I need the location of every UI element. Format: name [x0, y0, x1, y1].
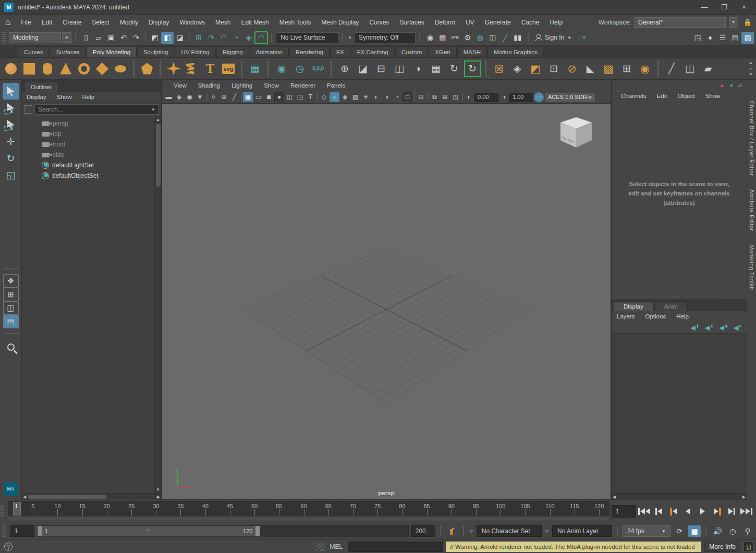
menu-help[interactable]: Help: [544, 19, 568, 26]
rotate-tool[interactable]: ↻: [3, 150, 19, 166]
duplicate-panel-icon[interactable]: ⧉: [430, 92, 440, 102]
shelf-platonic-solid[interactable]: [139, 61, 155, 77]
current-frame-field[interactable]: 1: [612, 505, 636, 518]
use-all-lights-icon[interactable]: ☀: [361, 92, 371, 102]
shelf-tab-fx[interactable]: FX: [330, 46, 350, 57]
paint-select-tool[interactable]: [3, 116, 19, 133]
shelf-combine[interactable]: ⊕: [337, 61, 352, 77]
select-by-object-icon[interactable]: ◧: [161, 32, 174, 44]
snap-to-curve-icon[interactable]: ↷: [205, 32, 217, 44]
outliner-filter-icon[interactable]: [24, 105, 32, 114]
step-back-key-button[interactable]: [667, 505, 680, 518]
workspace-lock-icon[interactable]: 🔒: [743, 18, 752, 26]
channel-box-toggle-icon[interactable]: ▨: [741, 32, 754, 44]
camera-icon[interactable]: ▬: [164, 92, 174, 102]
safe-action-icon[interactable]: ◳: [295, 92, 305, 102]
minimize-button[interactable]: —: [696, 2, 713, 13]
shelf-edit-edge-flow[interactable]: ↻: [446, 61, 462, 77]
maximize-button[interactable]: ❐: [715, 2, 733, 13]
bookmark-icon[interactable]: ▼: [195, 92, 205, 102]
shelf-tab-rendering[interactable]: Rendering: [289, 46, 330, 57]
shelf-extrude[interactable]: ⊠: [491, 61, 507, 77]
animation-preferences-icon[interactable]: ▦: [688, 525, 701, 537]
range-start-handle[interactable]: [38, 526, 42, 536]
play-forwards-button[interactable]: [696, 505, 709, 518]
pan-zoom-icon[interactable]: ⊕: [219, 92, 229, 102]
shelf-freeze-transformations[interactable]: 0,0,0: [310, 61, 326, 77]
shelf-quadrangulate[interactable]: ▩: [601, 61, 616, 77]
shelf-mirror[interactable]: ◫: [392, 61, 407, 77]
attribute-editor-toggle-icon[interactable]: ▤: [729, 32, 741, 44]
zoom-tool[interactable]: [3, 339, 19, 355]
user-avatar[interactable]: MA: [4, 482, 18, 496]
outliner-item-defaultLightSet[interactable]: defaultLightSet: [22, 160, 154, 170]
menu-create[interactable]: Create: [57, 19, 87, 26]
pause-viewport-icon[interactable]: ▮▮: [511, 32, 524, 44]
go-to-end-button[interactable]: [740, 505, 753, 518]
shelf-super-ellipse[interactable]: [166, 61, 181, 77]
pivot-icon[interactable]: ◊: [209, 92, 218, 102]
search-dropdown-arrow[interactable]: ▼: [151, 107, 155, 112]
mute-audio-icon[interactable]: 🔊: [711, 525, 724, 537]
shelf-tab-animation[interactable]: Animation: [250, 46, 289, 57]
evaluation-mode-icon[interactable]: ⚲: [741, 525, 754, 537]
paint-effects-icon[interactable]: ╱: [499, 32, 511, 44]
sidebar-tab-attribute-editor[interactable]: Attribute Editor: [749, 189, 755, 231]
layout-two-pane[interactable]: ◫: [3, 301, 19, 315]
shelf-bridge[interactable]: ⊡: [546, 61, 562, 77]
camera-lock-icon[interactable]: ◈: [174, 92, 184, 102]
snap-to-point-icon[interactable]: ◠: [217, 32, 230, 44]
shelf-triangulate[interactable]: ◣: [582, 61, 598, 77]
view-transform-select[interactable]: ACES 1.0 SDR-v: [544, 92, 595, 102]
toolbar-grip[interactable]: [2, 32, 6, 43]
layer-editor-tab-display[interactable]: Display: [614, 301, 653, 311]
layer-editor-menu-layers[interactable]: Layers: [612, 313, 640, 319]
script-editor-icon[interactable]: {;}: [743, 542, 754, 552]
lasso-tool[interactable]: [3, 100, 19, 116]
viewport-canvas[interactable]: FRONT RIGHT y x persp: [162, 103, 611, 500]
menu-curves[interactable]: Curves: [364, 19, 394, 26]
time-slider-grip[interactable]: [0, 506, 4, 517]
loop-playback-icon[interactable]: ⟳: [673, 525, 686, 537]
current-time-marker[interactable]: 1: [13, 502, 21, 515]
menu-set-select[interactable]: Modeling: [9, 32, 61, 43]
menu-uv[interactable]: UV: [460, 19, 480, 26]
shelf-bevel[interactable]: ◈: [509, 61, 525, 77]
exposure-field[interactable]: 0.00: [474, 93, 498, 102]
maya-home-icon[interactable]: ⌂: [5, 17, 10, 28]
menu-mesh[interactable]: Mesh: [210, 19, 236, 26]
menu-edit[interactable]: Edit: [36, 19, 58, 26]
animation-start-field[interactable]: 1: [10, 525, 34, 537]
close-button[interactable]: ×: [735, 2, 753, 13]
menu-mesh-tools[interactable]: Mesh Tools: [274, 19, 316, 26]
layout-single-pane[interactable]: ❖: [3, 274, 19, 288]
shelf-symmetrize[interactable]: ⊞: [619, 61, 635, 77]
view-cube[interactable]: FRONT RIGHT: [556, 115, 596, 154]
shadows-icon[interactable]: ◐: [371, 92, 381, 102]
shelf-tab-uv-editing[interactable]: UV Editing: [175, 46, 215, 57]
menu-generate[interactable]: Generate: [480, 19, 516, 26]
viewport-menu-view[interactable]: View: [168, 82, 192, 89]
shelf-sweep-mesh[interactable]: ▦: [247, 61, 263, 77]
menu-windows[interactable]: Windows: [174, 19, 210, 26]
shelf-type-tool[interactable]: T: [202, 61, 218, 77]
search-commands-icon[interactable]: ◌×: [576, 32, 588, 44]
outliner-item-front[interactable]: front: [22, 139, 154, 150]
channel-graph-icon[interactable]: ⊿: [737, 81, 742, 90]
layout-four-pane[interactable]: ⊞: [3, 288, 19, 301]
playback-range[interactable]: 1 ⠿ 120: [38, 526, 260, 536]
layer-move-down-icon[interactable]: ◀⬇: [704, 324, 714, 331]
wireframe-icon[interactable]: ◇: [319, 92, 329, 102]
gamma-icon[interactable]: ◑: [499, 92, 509, 102]
safe-title-icon[interactable]: T: [306, 92, 315, 102]
layer-list[interactable]: [612, 333, 747, 493]
menu-file[interactable]: File: [16, 19, 36, 26]
shelf-tab-xgen[interactable]: XGen: [429, 46, 456, 57]
command-language-button[interactable]: MEL: [328, 543, 345, 550]
render-frame-icon[interactable]: ▦: [436, 32, 449, 44]
grease-pencil-icon[interactable]: ╱: [229, 92, 239, 102]
menu-modify[interactable]: Modify: [115, 19, 143, 26]
motion-blur-icon[interactable]: ◔: [392, 92, 402, 102]
channel-speed-icon[interactable]: ◕: [729, 81, 733, 90]
scale-tool[interactable]: ◱: [3, 166, 19, 183]
